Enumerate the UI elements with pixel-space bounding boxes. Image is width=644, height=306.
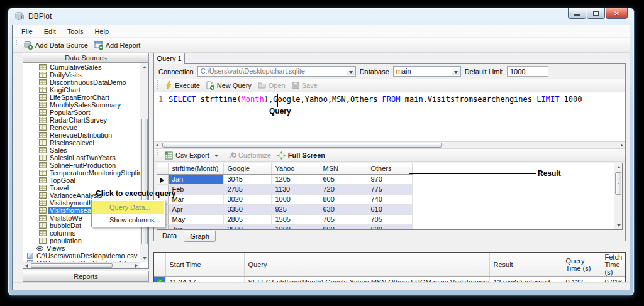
cell[interactable]: 720	[319, 184, 367, 194]
full-screen-button[interactable]: Full Screen	[274, 150, 328, 161]
connection-combobox[interactable]: C:\Users\vatu\Desktop\chart.sqlite	[197, 66, 356, 77]
tree-item-table[interactable]: DailyVisits	[23, 71, 140, 79]
tree-item-table[interactable]: SalesinLastTwoYears	[23, 154, 140, 161]
cell[interactable]: 1000	[271, 194, 319, 204]
tab-data[interactable]: Data	[157, 231, 182, 241]
data-sources-tree[interactable]: CumulativeSalesDailyVisitsDiscontinuousD…	[23, 63, 149, 269]
tree-item-table[interactable]: RadarChartSurvey	[23, 116, 140, 124]
column-header[interactable]: Others	[367, 163, 412, 174]
tab-graph[interactable]: Graph	[184, 231, 216, 242]
tree-item-table[interactable]: KagiChart	[23, 86, 140, 94]
cell[interactable]: 970	[367, 174, 412, 184]
cell[interactable]: 705	[367, 214, 412, 224]
cell[interactable]: 705	[319, 214, 367, 224]
cell[interactable]: 1130	[271, 184, 319, 194]
menu-help[interactable]: Help	[89, 26, 114, 37]
tree-vertical-scrollbar[interactable]	[140, 63, 148, 262]
results-vertical-scrollbar[interactable]	[614, 163, 622, 229]
editor-scrollbar-thumb[interactable]	[162, 143, 442, 148]
tree-item-table[interactable]: Riseinsealevel	[23, 139, 140, 146]
data-sources-header[interactable]: Data Sources	[23, 53, 149, 63]
tree-item-table[interactable]: Sales	[23, 146, 140, 154]
cell[interactable]: 605	[319, 174, 367, 184]
customize-button[interactable]: Customize	[225, 150, 274, 160]
tree-item-table[interactable]: Renevue	[23, 124, 140, 131]
cell[interactable]: 1505	[271, 214, 319, 224]
add-data-source-button[interactable]: Add Data Source	[21, 40, 91, 51]
cell[interactable]: 2500	[223, 224, 271, 230]
tree-item-table[interactable]: RenevueDistribution	[23, 131, 140, 139]
minimize-button[interactable]	[568, 8, 586, 19]
cell[interactable]: 1000	[271, 224, 319, 230]
tree-item-table[interactable]: LifeSpanErrorChart	[23, 94, 140, 101]
close-button[interactable]: ✕	[606, 8, 628, 19]
add-report-button[interactable]: Add Report	[91, 40, 144, 51]
cell[interactable]: 3045	[223, 174, 271, 184]
title-bar[interactable]: DBPlot ✕	[8, 8, 634, 25]
cell[interactable]: 1205	[271, 174, 319, 184]
query-tab[interactable]: Query 1	[153, 53, 185, 64]
menu-edit[interactable]: Edit	[38, 26, 62, 37]
cell[interactable]: 900	[319, 224, 367, 230]
editor-horizontal-scrollbar[interactable]	[154, 141, 625, 149]
sql-editor[interactable]: 1 SELECT strftime(Month),Google,Yahoo,MS…	[154, 92, 625, 141]
context-menu-item[interactable]: Query Data...	[92, 201, 164, 214]
menu-tools[interactable]: Tools	[62, 26, 89, 37]
chevron-down-icon[interactable]	[347, 67, 355, 75]
database-combobox[interactable]: main	[393, 66, 461, 77]
cell[interactable]: 740	[367, 194, 412, 204]
tree-item-table[interactable]: SplineFruitProduction	[23, 161, 140, 169]
log-column-header[interactable]: Query	[244, 253, 489, 277]
cell[interactable]: Jan	[168, 174, 223, 184]
column-header[interactable]: strftime(Month)	[168, 163, 223, 174]
tree-item-table[interactable]: population	[23, 237, 140, 244]
tree-item-table[interactable]: MonthlySalesSummary	[23, 101, 140, 109]
cell[interactable]: Mar	[168, 194, 223, 204]
log-column-header[interactable]: Fetch Time (s)	[601, 253, 626, 277]
save-button[interactable]: Save	[289, 80, 321, 90]
cell[interactable]: 925	[271, 204, 319, 214]
tree-item-table[interactable]: PopularSport	[23, 109, 140, 116]
cell[interactable]: 2785	[223, 184, 271, 194]
new-query-button[interactable]: New Query	[203, 80, 255, 91]
cell[interactable]: May	[168, 214, 223, 224]
tree-item-table[interactable]: CumulativeSales	[23, 63, 140, 71]
csv-export-button[interactable]: Csv Export	[162, 150, 213, 161]
cell[interactable]: 800	[319, 194, 367, 204]
cell[interactable]: 3020	[223, 194, 271, 204]
tree-item-csv-file[interactable]: C:\Users\vatu\Desktop\demo.csv	[23, 252, 140, 260]
log-column-header[interactable]: Result	[489, 253, 562, 277]
cell[interactable]: 610	[367, 204, 412, 214]
tree-horizontal-scrollbar[interactable]	[23, 262, 140, 268]
cell[interactable]: 630	[319, 204, 367, 214]
cell[interactable]: 3350	[223, 204, 271, 214]
column-header[interactable]: Yahoo	[271, 163, 319, 174]
tree-item-table[interactable]: TemperatureMonitoringStepline	[23, 169, 140, 177]
tree-item-table[interactable]: columns	[23, 229, 140, 237]
column-header[interactable]: Google	[223, 163, 271, 174]
chevron-down-icon[interactable]	[452, 67, 460, 75]
log-column-header[interactable]	[154, 253, 165, 277]
cell[interactable]: Feb	[168, 184, 223, 194]
column-header[interactable]: MSN	[319, 163, 367, 174]
execute-button[interactable]: Execute	[162, 80, 203, 90]
context-menu-item[interactable]: Show columns...	[92, 214, 164, 226]
menu-file[interactable]: File	[16, 26, 38, 37]
reports-panel-button[interactable]: Reports	[23, 271, 149, 282]
default-limit-input[interactable]	[507, 66, 548, 77]
cell[interactable]: Apr	[168, 204, 223, 214]
cell[interactable]: 600	[367, 224, 412, 230]
tree-item-table[interactable]: DiscontinuousDataDemo	[23, 79, 140, 86]
open-button[interactable]: Open	[255, 80, 289, 90]
cell[interactable]: Jun	[168, 224, 223, 230]
results-scrollbar-thumb[interactable]	[615, 172, 621, 195]
tree-item-views[interactable]: Views	[23, 244, 140, 252]
csv-export-dropdown-button[interactable]	[213, 150, 221, 160]
maximize-button[interactable]	[587, 8, 605, 19]
log-column-header[interactable]: Query Time (s)	[562, 253, 601, 277]
cell[interactable]: 2805	[223, 214, 271, 224]
cell[interactable]: 775	[367, 184, 412, 194]
tree-hscrollbar-thumb[interactable]	[31, 263, 113, 268]
tree-item-table[interactable]: TopGoal	[23, 177, 140, 184]
log-column-header[interactable]: Start Time	[165, 253, 244, 277]
